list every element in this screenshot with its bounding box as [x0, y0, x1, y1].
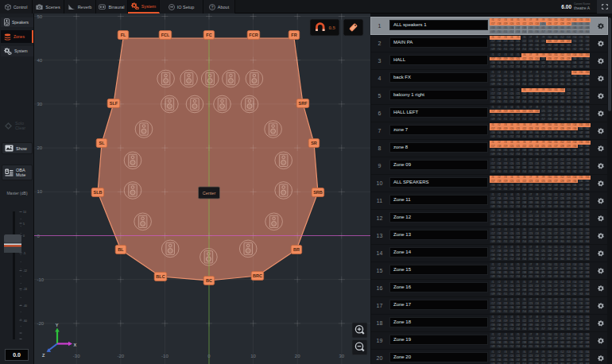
svg-text:-10: -10	[161, 354, 168, 358]
svg-text:0.5: 0.5	[329, 25, 336, 30]
svg-text:Center: Center	[203, 191, 216, 196]
svg-text:SRF: SRF	[299, 101, 308, 106]
svg-text:SRB: SRB	[313, 190, 323, 195]
svg-text:BRC: BRC	[253, 273, 262, 278]
svg-text:FL: FL	[121, 33, 126, 37]
svg-text:40: 40	[37, 58, 43, 63]
svg-text:SR: SR	[311, 141, 317, 145]
svg-text:20: 20	[295, 354, 300, 358]
svg-text:SL: SL	[99, 141, 105, 145]
svg-text:BL: BL	[118, 247, 124, 252]
svg-text:-40: -40	[23, 304, 27, 308]
svg-text:-10: -10	[37, 277, 45, 282]
svg-text:-12: -12	[23, 269, 27, 273]
svg-text:Y: Y	[56, 323, 59, 327]
svg-text:10: 10	[23, 211, 26, 214]
svg-text:0: 0	[23, 234, 25, 238]
svg-text:FR: FR	[291, 33, 296, 37]
svg-text:5: 5	[23, 223, 25, 226]
svg-text:30: 30	[339, 354, 344, 358]
svg-text:10: 10	[250, 354, 256, 358]
svg-text:30: 30	[37, 102, 43, 106]
svg-text:-20: -20	[117, 354, 124, 358]
svg-text:-60: -60	[23, 319, 27, 323]
svg-text:Z: Z	[42, 353, 45, 358]
svg-text:-20: -20	[37, 321, 45, 326]
svg-text:-5: -5	[23, 252, 25, 255]
svg-text:BLC: BLC	[156, 274, 165, 279]
svg-text:-24: -24	[23, 288, 27, 291]
svg-text:SLB: SLB	[94, 190, 103, 195]
svg-text:50: 50	[37, 14, 43, 19]
svg-text:BC: BC	[206, 278, 212, 283]
svg-text:FCL: FCL	[161, 33, 170, 37]
svg-text:20: 20	[37, 145, 43, 150]
svg-text:0: 0	[207, 354, 211, 358]
svg-text:?: ?	[211, 4, 213, 9]
svg-text:10: 10	[37, 189, 43, 194]
svg-text:SLF: SLF	[110, 101, 118, 106]
svg-text:BR: BR	[293, 247, 300, 252]
svg-text:FCR: FCR	[249, 33, 258, 37]
svg-text:FC: FC	[206, 33, 211, 37]
svg-text:-30: -30	[73, 354, 80, 358]
svg-text:X: X	[74, 343, 77, 347]
